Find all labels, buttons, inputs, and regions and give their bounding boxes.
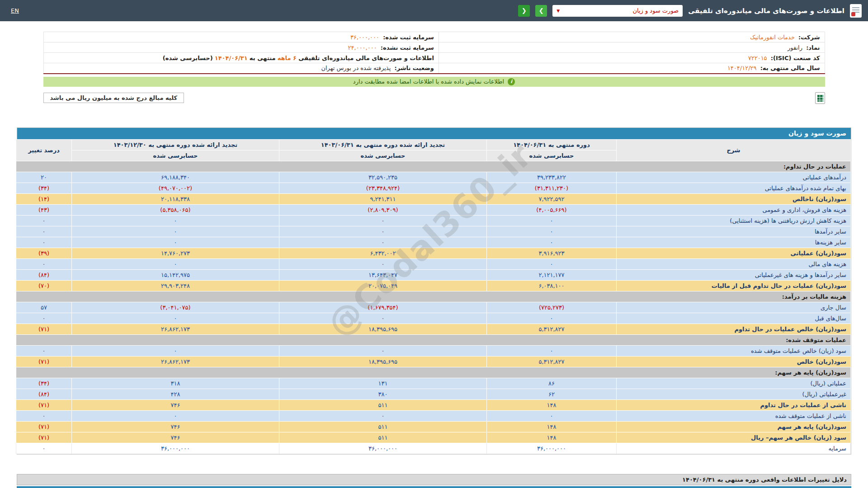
table-row: سایر درآمدها و هزینه های غیرعملیاتی۲,۱۲۱… (16, 269, 851, 280)
percent-change-cell: ۰ (16, 443, 72, 454)
table-row: هزینه های مالی۰۰۰۰ (16, 258, 851, 269)
subheader-audited: حسابرسی شده (72, 150, 279, 161)
english-language-link[interactable]: EN (11, 7, 19, 14)
unregistered-capital-value: ۲۴,۰۰۰,۰۰۰ (348, 44, 377, 51)
table-row: سود(زیان) عملیاتی۳,۹۱۶,۹۲۳۶,۴۳۲,۰۰۲۱۴,۷۶… (16, 248, 851, 258)
info-symbol-cell: نماد: رانفور (439, 42, 825, 53)
symbol-value: رانفور (788, 44, 802, 51)
table-row: غیرعملیاتی (ریال)۶۲۳۸۰۴۲۸(۸۴) (16, 389, 851, 399)
percent-change-cell: (۷۱) (16, 421, 72, 432)
value-cell: ۸۶ (487, 378, 617, 389)
value-cell: ۳۶,۰۰۰,۰۰۰ (487, 443, 617, 454)
value-cell: ۰ (279, 410, 487, 421)
table-row: سود(زیان) خالص عملیات در حال تداوم۵,۳۱۲,… (16, 324, 851, 334)
next-statement-button[interactable]: ❯ (535, 5, 547, 17)
percent-change-cell: (۳۴) (16, 378, 72, 389)
section-label: عملیات متوقف شده: (16, 334, 851, 345)
value-cell: ۰ (72, 226, 279, 237)
percent-change-cell: (۳۴) (16, 183, 72, 193)
codal-logo-icon[interactable] (850, 4, 862, 18)
audit-status-suffix: (حسابرسی شده) (163, 55, 213, 61)
navbar-right-group: اطلاعات و صورت‌های مالی میاندوره‌ای تلفی… (518, 4, 862, 18)
percent-change-cell: (۳۹) (16, 248, 72, 258)
company-label: شرکت: (798, 34, 820, 41)
income-statement-section: صورت سود و زیان شرح دوره منتهی به ۱۴۰۴/۰… (17, 127, 851, 455)
table-row: سال جاری(۷۲۵,۲۷۳)(۱,۶۷۹,۳۵۴)(۳,۰۴۱,۰۷۵)۵… (16, 302, 851, 313)
value-cell: ۰ (487, 345, 617, 356)
percent-change-cell: (۷۱) (16, 399, 72, 410)
report-mid-text: منتهی به (250, 55, 276, 61)
percent-change-cell: (۴۳) (16, 204, 72, 215)
value-cell: ۷,۹۲۲,۵۹۲ (487, 193, 617, 204)
section-label: هزینه مالیات بر درآمد: (16, 291, 851, 302)
report-end-date: ۱۴۰۴/۰۶/۳۱ (215, 55, 248, 61)
listing-status-value: پذیرفته شده در بورس تهران (321, 65, 391, 71)
excel-export-icon[interactable] (815, 92, 825, 104)
column-header-restated-annual: تجدید ارائه شده دوره منتهی به ۱۴۰۳/۱۲/۳۰ (72, 139, 279, 150)
percent-change-cell: ۲۰ (16, 172, 72, 183)
table-row: درآمدهای عملیاتی۳۹,۲۳۳,۸۲۲۳۲,۵۹۰,۲۳۵۶۹,۱… (16, 172, 851, 183)
row-label: سال جاری (617, 302, 851, 313)
section-row: هزینه مالیات بر درآمد: (16, 291, 851, 302)
registered-capital-label: سرمایه ثبت شده: (383, 34, 434, 41)
company-info-table: شرکت: خدمات انفورماتیک سرمایه ثبت شده: ۳… (43, 32, 825, 74)
company-name: خدمات انفورماتیک (750, 34, 795, 41)
row-label: سود(زیان) پایه هر سهم (617, 421, 851, 432)
value-cell: ۶۲ (487, 389, 617, 399)
percent-change-cell: (۷۰) (16, 280, 72, 291)
prev-statement-button[interactable]: ❮ (518, 5, 530, 17)
value-cell: ۷۴۶ (72, 432, 279, 443)
value-cell: ۲۶,۸۶۲,۱۷۳ (72, 356, 279, 367)
table-row: سرمایه۳۶,۰۰۰,۰۰۰۳۶,۰۰۰,۰۰۰۳۶,۰۰۰,۰۰۰۰ (16, 443, 851, 454)
value-cell: ۰ (487, 410, 617, 421)
value-cell: ۵۱۱ (279, 399, 487, 410)
value-cell: ۰ (72, 237, 279, 248)
value-cell: ۶,۴۳۲,۰۰۲ (279, 248, 487, 258)
value-cell: (۱,۶۷۹,۳۵۴) (279, 302, 487, 313)
table-row: ناشی از عملیات در حال تداوم۱۴۸۵۱۱۷۴۶(۷۱) (16, 399, 851, 410)
registered-capital-value: ۳۶,۰۰۰,۰۰۰ (350, 34, 379, 41)
report-length: ۶ ماهه (278, 55, 297, 61)
percent-change-cell: (۸۴) (16, 389, 72, 399)
percent-change-cell: ۰ (16, 215, 72, 226)
section-label: سود(زیان) پایه هر سهم: (16, 367, 851, 378)
fiscal-year-label: سال مالی منتهی به: (760, 65, 820, 71)
section-label: عملیات در حال تداوم: (16, 161, 851, 172)
info-row: کد صنعت (ISIC): ۷۲۲۰۱۵ اطلاعات و صورت‌ها… (43, 53, 825, 63)
table-row: سایر درآمدها۰۰۰۰ (16, 226, 851, 237)
section-row: سود(زیان) پایه هر سهم: (16, 367, 851, 378)
table-row: سود(زیان) عملیات در حال تداوم قبل از مال… (16, 280, 851, 291)
table-row: سود(زیان) پایه هر سهم۱۴۸۵۱۱۷۴۶(۷۱) (16, 421, 851, 432)
info-isic-cell: کد صنعت (ISIC): ۷۲۲۰۱۵ (439, 53, 825, 63)
percent-change-cell: (۷۱) (16, 432, 72, 443)
value-cell: (۴,۰۰۵,۶۶۹) (487, 204, 617, 215)
value-cell: ۳۶,۰۰۰,۰۰۰ (72, 443, 279, 454)
isic-label: کد صنعت (ISIC): (771, 55, 820, 61)
note-row: کلیه مبالغ درج شده به میلیون ریال می باش… (43, 92, 825, 104)
value-cell: ۷۴۶ (72, 421, 279, 432)
section-row: عملیات متوقف شده: (16, 334, 851, 345)
signed-data-banner: i اطلاعات نمایش داده شده با اطلاعات امضا… (43, 77, 825, 87)
row-label: سایر هزینه‌ها (617, 237, 851, 248)
row-label: سود(زیان) عملیات در حال تداوم قبل از مال… (617, 280, 851, 291)
value-cell: (۲۳,۳۴۸,۹۲۴) (279, 183, 487, 193)
table-row: سود (زیان) خالص هر سهم– ریال۱۴۸۵۱۱۷۴۶(۷۱… (16, 432, 851, 443)
info-company-cell: شرکت: خدمات انفورماتیک (439, 32, 825, 42)
value-cell: ۰ (279, 313, 487, 324)
column-header-restated-midyear: تجدید ارائه شده دوره منتهی به ۱۴۰۳/۰۶/۳۱ (279, 139, 487, 150)
value-cell: ۱۴۸ (487, 399, 617, 410)
info-icon: i (508, 78, 515, 85)
table-row: سود(زیان) خالص۵,۳۱۲,۸۲۷۱۸,۳۹۵,۶۹۵۲۶,۸۶۲,… (16, 356, 851, 367)
table-row: ناشی از عملیات متوقف شده۰۰۰۰ (16, 410, 851, 421)
statement-type-dropdown[interactable]: صورت سود و زیان ▼ (552, 5, 683, 17)
amounts-unit-note: کلیه مبالغ درج شده به میلیون ریال می باش… (43, 93, 184, 103)
value-cell: ۲,۱۲۱,۱۷۷ (487, 269, 617, 280)
value-cell: ۱۴۸ (487, 432, 617, 443)
percent-change-cell: ۰ (16, 237, 72, 248)
value-cell: (۵,۳۵۸,۰۶۵) (72, 204, 279, 215)
percent-change-cell: (۱۴) (16, 193, 72, 204)
excel-grid-glyph (817, 94, 823, 102)
dropdown-selected-value: صورت سود و زیان (632, 7, 679, 14)
row-label: سود (زیان) خالص عملیات متوقف شده (617, 345, 851, 356)
change-reasons-title: دلایل تغییرات اطلاعات واقعی دوره منتهی ب… (682, 476, 847, 483)
